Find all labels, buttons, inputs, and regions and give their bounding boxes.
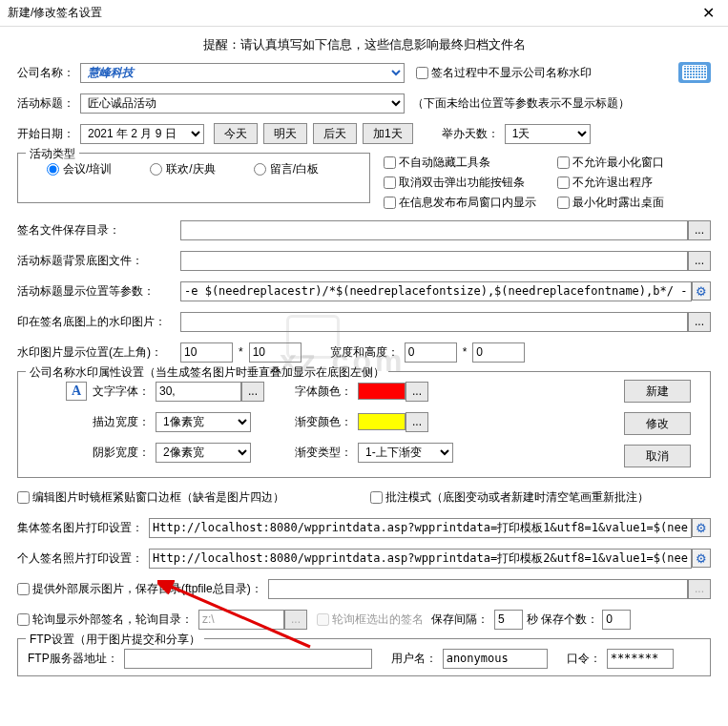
save-dir-input[interactable] (180, 220, 688, 240)
bg-file-label: 活动标题背景底图文件： (17, 253, 175, 269)
days-select[interactable]: 1天 (505, 124, 591, 144)
date-select[interactable]: 2021 年 2 月 9 日 (80, 124, 204, 144)
color-label: 字体颜色： (295, 384, 352, 400)
days-label: 举办天数： (442, 126, 499, 142)
wm-pos-label: 水印图片显示位置(左上角)： (17, 344, 175, 361)
interval-label: 保存间隔： (431, 612, 489, 628)
personal-input[interactable] (149, 549, 692, 569)
after-button[interactable]: 后天 (313, 123, 357, 144)
cancel-button[interactable]: 取消 (624, 445, 691, 467)
radio-meeting[interactable]: 会议/培训 (47, 161, 112, 177)
ftp-pwd-label: 口令： (567, 651, 601, 667)
annot-label: 批注模式（底图变动或者新建时清空笔画重新批注） (385, 489, 649, 506)
grad-label: 渐变颜色： (295, 414, 352, 430)
grad-browse[interactable]: ... (406, 412, 428, 432)
sec-label: 秒 保存个数： (527, 612, 598, 628)
pos-param-label: 活动标题显示位置等参数： (17, 283, 175, 300)
today-button[interactable]: 今天 (214, 123, 258, 144)
keyboard-icon[interactable] (678, 62, 711, 83)
ftp-user-label: 用户名： (391, 651, 437, 667)
chk-layout[interactable] (384, 197, 396, 209)
shadow-select[interactable]: 2像素宽 (156, 443, 251, 463)
grad-type-select[interactable]: 1-上下渐变 (358, 443, 453, 463)
add-day-button[interactable]: 加1天 (363, 123, 413, 144)
stroke-label: 描边宽度： (93, 414, 150, 430)
radio-board[interactable]: 留言/白板 (254, 161, 319, 177)
activity-note: （下面未给出位置等参数表示不显示标题） (412, 95, 630, 112)
date-label: 开始日期： (17, 126, 74, 142)
chk-desktop[interactable] (557, 197, 570, 209)
personal-label: 个人签名照片打印设置： (17, 550, 143, 567)
bg-file-browse[interactable]: ... (688, 251, 711, 271)
shadow-label: 阴影宽度： (93, 445, 150, 461)
ftp-addr-input[interactable] (124, 649, 372, 669)
font-input[interactable] (156, 382, 241, 402)
print-img-input[interactable] (180, 312, 688, 332)
wm-y-input[interactable] (249, 342, 302, 363)
font-browse[interactable]: ... (241, 382, 264, 402)
bg-file-input[interactable] (180, 251, 688, 271)
batch-input[interactable] (149, 518, 692, 538)
close-icon[interactable]: ✕ (697, 4, 720, 22)
print-img-browse[interactable]: ... (688, 312, 711, 332)
ftp-pwd-input[interactable] (607, 649, 674, 669)
pos-param-input[interactable] (180, 281, 692, 301)
poll-browse: ... (284, 610, 307, 630)
wm-x-input[interactable] (180, 342, 233, 363)
wm-h-input[interactable] (472, 342, 525, 363)
ext-dir-input (268, 579, 688, 599)
type-legend: 活动类型 (26, 146, 79, 162)
window-title: 新建/修改签名设置 (8, 5, 697, 21)
grad-color-swatch[interactable] (358, 413, 406, 430)
font-icon: A (66, 382, 87, 401)
save-dir-label: 签名文件保存目录： (17, 222, 175, 239)
activity-label: 活动标题： (17, 95, 74, 112)
save-dir-browse[interactable]: ... (688, 220, 711, 240)
poll-sel-label: 轮询框选出的签名 (332, 612, 424, 628)
personal-gear-icon[interactable]: ⚙ (692, 549, 711, 568)
new-button[interactable]: 新建 (624, 380, 691, 403)
font-label: 文字字体： (93, 384, 150, 400)
pos-param-gear-icon[interactable]: ⚙ (692, 281, 711, 301)
stroke-select[interactable]: 1像素宽 (156, 412, 251, 432)
wh-label: 宽度和高度： (330, 344, 399, 361)
interval-input[interactable] (494, 610, 523, 630)
company-select[interactable]: 慧峰科技 (80, 63, 405, 83)
poll-checkbox[interactable] (17, 613, 30, 626)
poll-label: 轮询显示外部签名，轮询目录： (32, 612, 193, 628)
batch-label: 集体签名图片打印设置： (17, 520, 143, 536)
count-input[interactable] (602, 610, 631, 630)
ftp-addr-label: FTP服务器地址： (28, 651, 118, 667)
chk-dblclick[interactable] (384, 176, 396, 189)
tomorrow-button[interactable]: 明天 (263, 123, 307, 144)
company-watermark-checkbox[interactable] (416, 67, 428, 79)
ext-checkbox[interactable] (17, 583, 30, 595)
edit-frame-checkbox[interactable] (17, 491, 30, 504)
chk-exit[interactable] (557, 176, 570, 189)
poll-sel-checkbox (317, 613, 329, 626)
ftp-legend: FTP设置（用于图片提交和分享） (26, 632, 204, 648)
color-browse[interactable]: ... (406, 382, 428, 402)
chk-minimize[interactable] (557, 156, 570, 169)
ext-label: 提供外部展示图片，保存目录(ftpfile总目录)： (32, 581, 262, 597)
ext-browse: ... (688, 579, 711, 599)
wm-attr-legend: 公司名称水印属性设置（当生成签名图片时垂直叠加显示在底图左侧） (26, 364, 388, 381)
grad-type-label: 渐变类型： (295, 445, 352, 461)
chk-toolbar[interactable] (384, 156, 396, 169)
radio-party[interactable]: 联欢/庆典 (150, 161, 215, 177)
batch-gear-icon[interactable]: ⚙ (692, 518, 711, 537)
company-label: 公司名称： (17, 65, 74, 81)
annot-checkbox[interactable] (370, 491, 383, 504)
ftp-user-input[interactable] (443, 649, 548, 669)
edit-button[interactable]: 修改 (624, 412, 691, 435)
activity-select[interactable]: 匠心诚品活动 (80, 93, 405, 114)
company-watermark-label: 签名过程中不显示公司名称水印 (431, 65, 592, 81)
print-img-label: 印在签名底图上的水印图片： (17, 314, 175, 330)
wm-w-input[interactable] (405, 342, 457, 363)
poll-dir-input (198, 610, 284, 630)
font-color-swatch[interactable] (358, 383, 406, 400)
edit-frame-label: 编辑图片时镜框紧贴窗口边框（缺省是图片四边） (32, 489, 284, 506)
hint-text: 提醒：请认真填写如下信息，这些信息影响最终归档文件名 (17, 34, 711, 61)
